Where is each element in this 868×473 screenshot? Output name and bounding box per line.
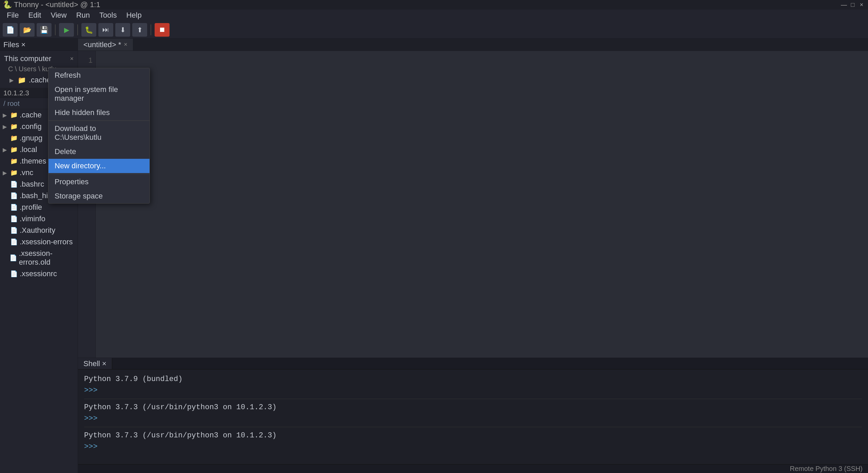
- tree-label-bashrc: .bashrc: [20, 180, 44, 189]
- tree-icon-xsession-errors: 📄: [10, 238, 18, 246]
- tree-icon-themes: 📁: [10, 157, 18, 165]
- shell-prompt-2: >>>: [84, 413, 862, 424]
- ctx-storage-space[interactable]: Storage space: [48, 189, 150, 203]
- open-file-button[interactable]: 📂: [20, 23, 35, 37]
- tree-arrow-local: ▶: [3, 147, 8, 153]
- tree-label-viminfo: .viminfo: [20, 214, 45, 223]
- editor-content: 1: [78, 51, 868, 358]
- menu-help[interactable]: Help: [122, 10, 145, 21]
- new-file-button[interactable]: 📄: [3, 23, 18, 37]
- context-menu: Refresh Open in system file manager Hide…: [48, 68, 150, 204]
- ctx-refresh[interactable]: Refresh: [48, 68, 150, 82]
- tree-label-xsession-errors: .xsession-errors: [20, 238, 73, 246]
- titlebar: 🐍 Thonny - <untitled> @ 1:1 — □ ×: [0, 0, 868, 10]
- shell-separator-2: [84, 427, 862, 427]
- minimize-button[interactable]: —: [840, 1, 848, 8]
- remote-ip-label: 10.1.2.3: [3, 89, 29, 97]
- tree-item-xauthority[interactable]: ▶ 📄 .Xauthority: [0, 225, 78, 236]
- shell-prompt-3: >>>: [84, 441, 862, 452]
- tree-label-xsession-errors-old: .xsession-errors.old: [19, 249, 75, 267]
- debug-button[interactable]: 🐛: [81, 23, 96, 37]
- shell-line-2: Python 3.7.3 (/usr/bin/python3 on 10.1.2…: [84, 402, 862, 413]
- shell-area: Shell × Python 3.7.9 (bundled) >>> Pytho…: [78, 358, 868, 473]
- toolbar-separator-1: [55, 24, 56, 35]
- ctx-hide-hidden[interactable]: Hide hidden files: [48, 106, 150, 120]
- close-button[interactable]: ×: [858, 1, 865, 8]
- tree-icon-cache: 📁: [10, 111, 18, 119]
- step-out-button[interactable]: ⬆: [132, 23, 147, 37]
- tree-icon-config: 📁: [10, 123, 18, 130]
- shell-line-3: Python 3.7.3 (/usr/bin/python3 on 10.1.2…: [84, 430, 862, 441]
- menu-run[interactable]: Run: [72, 10, 94, 21]
- tree-label-profile: .profile: [20, 203, 42, 212]
- menu-view[interactable]: View: [46, 10, 71, 21]
- titlebar-controls: — □ ×: [840, 1, 865, 8]
- code-editor[interactable]: [96, 51, 868, 358]
- toolbar: 📄 📂 💾 ▶ 🐛 ⏭ ⬇ ⬆ ⏹: [0, 21, 868, 39]
- shell-line-1: Python 3.7.9 (bundled): [84, 374, 862, 385]
- app-icon: 🐍: [3, 0, 12, 9]
- shell-tab[interactable]: Shell ×: [78, 358, 112, 369]
- step-over-button[interactable]: ⏭: [98, 23, 113, 37]
- tree-icon-bashrc: 📄: [10, 181, 18, 188]
- this-computer-close[interactable]: ×: [70, 55, 74, 62]
- shell-prompt-1: >>>: [84, 385, 862, 396]
- editor-area: <untitled> * × 1 Shell × Python 3.7.9 (b…: [78, 39, 868, 473]
- tree-arrow-vnc: ▶: [3, 170, 8, 176]
- tree-label-config: .config: [20, 122, 42, 131]
- tree-arrow-config: ▶: [3, 124, 8, 130]
- editor-tab-close[interactable]: ×: [124, 41, 127, 48]
- window-title: Thonny - <untitled> @ 1:1: [14, 0, 100, 9]
- tree-item-xsessionrc[interactable]: ▶ 📄 .xsessionrc: [0, 268, 78, 280]
- tree-item-xsession-errors[interactable]: ▶ 📄 .xsession-errors: [0, 236, 78, 248]
- shell-status-bar: Remote Python 3 (SSH): [78, 464, 868, 473]
- maximize-button[interactable]: □: [849, 1, 856, 8]
- tree-icon-gnupg: 📁: [10, 134, 18, 142]
- shell-content: Python 3.7.9 (bundled) >>> Python 3.7.3 …: [78, 370, 868, 464]
- tree-item-viminfo[interactable]: ▶ 📄 .viminfo: [0, 213, 78, 225]
- local-cache-label: .cache: [29, 76, 51, 84]
- tree-label-xauthority: .Xauthority: [20, 226, 55, 235]
- tree-arrow-cache: ▶: [3, 112, 8, 118]
- tree-label-gnupg: .gnupg: [20, 134, 42, 143]
- editor-tab-untitled[interactable]: <untitled> * ×: [78, 39, 133, 51]
- toolbar-separator-2: [77, 24, 78, 35]
- shell-status-text: Remote Python 3 (SSH): [790, 465, 863, 473]
- tree-icon-bash-history: 📄: [10, 192, 18, 200]
- tree-icon-xauthority: 📄: [10, 227, 18, 234]
- step-in-button[interactable]: ⬇: [115, 23, 130, 37]
- local-cache-arrow: ▶: [9, 77, 15, 83]
- files-label: Files ×: [3, 40, 25, 49]
- shell-separator-1: [84, 399, 862, 399]
- toolbar-separator-3: [151, 24, 151, 35]
- ctx-download[interactable]: Download to C:\Users\kutlu: [48, 121, 150, 145]
- tree-icon-xsession-errors-old: 📄: [9, 254, 17, 262]
- editor-tabs: <untitled> * ×: [78, 39, 868, 51]
- line-number-1: 1: [81, 54, 93, 66]
- tree-label-vnc: .vnc: [20, 168, 33, 177]
- menu-tools[interactable]: Tools: [95, 10, 121, 21]
- tree-icon-viminfo: 📄: [10, 215, 18, 223]
- ctx-properties[interactable]: Properties: [48, 175, 150, 189]
- ctx-open-file-manager[interactable]: Open in system file manager: [48, 82, 150, 106]
- stop-button[interactable]: ⏹: [155, 23, 170, 37]
- editor-tab-label: <untitled> *: [83, 40, 121, 49]
- tree-label-local: .local: [20, 145, 37, 154]
- run-button[interactable]: ▶: [59, 23, 74, 37]
- tree-label-cache: .cache: [20, 111, 42, 119]
- save-file-button[interactable]: 💾: [37, 23, 52, 37]
- tree-item-xsession-errors-old[interactable]: ▶ 📄 .xsession-errors.old: [0, 248, 78, 268]
- local-cache-icon: 📁: [18, 76, 26, 84]
- ctx-sep-2: [48, 174, 150, 174]
- this-computer-label: This computer: [4, 54, 51, 63]
- menu-file[interactable]: File: [3, 10, 23, 21]
- menu-edit[interactable]: Edit: [24, 10, 45, 21]
- ctx-delete[interactable]: Delete: [48, 145, 150, 159]
- ctx-new-directory[interactable]: New directory...: [48, 159, 150, 173]
- files-panel-header: Files ×: [0, 39, 78, 51]
- this-computer-header[interactable]: This computer ×: [3, 53, 75, 64]
- shell-tabs: Shell ×: [78, 358, 868, 370]
- titlebar-left: 🐍 Thonny - <untitled> @ 1:1: [3, 0, 100, 9]
- tree-label-themes: .themes: [20, 157, 46, 166]
- tree-label-xsessionrc: .xsessionrc: [20, 269, 57, 278]
